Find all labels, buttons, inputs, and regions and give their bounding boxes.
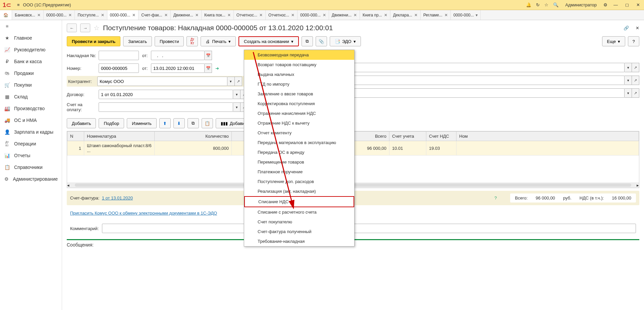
link-icon[interactable]: 🔗 xyxy=(624,26,629,31)
maximize-icon[interactable]: ◻ xyxy=(624,2,630,7)
dropdown-item[interactable]: ГТД по импорту xyxy=(244,79,354,89)
close-icon[interactable]: ✕ xyxy=(259,13,263,17)
dropdown-item[interactable]: Списание с расчетного счета xyxy=(244,207,354,217)
settings-icon[interactable]: ⚙ xyxy=(603,2,607,7)
post-close-button[interactable]: Провести и закрыть xyxy=(67,36,120,46)
tab-item[interactable]: Книга пр...✕ xyxy=(360,10,390,20)
counterparty-input[interactable] xyxy=(97,77,227,86)
edit-button[interactable]: Изменить xyxy=(127,118,157,128)
dropdown-item[interactable]: Отчет комитенту xyxy=(244,128,354,138)
sidebar-item-assets[interactable]: 🚚ОС и НМА xyxy=(0,114,62,126)
more-button[interactable]: Еще ▾ xyxy=(602,36,625,46)
close-icon[interactable]: ✕ xyxy=(444,13,448,17)
doc-date-input[interactable] xyxy=(151,63,205,73)
close-icon[interactable]: ✕ xyxy=(227,13,231,17)
history-icon[interactable]: ↻ xyxy=(536,2,540,7)
back-button[interactable]: ← xyxy=(67,24,77,32)
dropdown-item[interactable]: Возврат товаров поставщику xyxy=(244,60,354,70)
print-button[interactable]: 🖨 Печать ▾ xyxy=(201,36,236,46)
dropdown-item[interactable]: Реализация (акт, накладная) xyxy=(244,186,354,196)
dropdown-item[interactable]: Передача материалов в эксплуатацию xyxy=(244,138,354,147)
col-nom2[interactable]: Ном xyxy=(457,132,639,141)
save-button[interactable]: Записать xyxy=(123,36,152,46)
sidebar-item-bank[interactable]: ₽Банк и касса xyxy=(0,55,62,67)
tab-item[interactable]: 0000-000...▾ xyxy=(451,10,481,20)
post-button[interactable]: Провести xyxy=(155,36,184,46)
dropdown-icon[interactable]: ▾ xyxy=(233,102,240,112)
sidebar-item-manager[interactable]: 📈Руководителю xyxy=(0,44,62,55)
dropdown-item[interactable]: Счет-фактура полученный xyxy=(244,227,354,236)
tab-item[interactable]: 0000-000...✕ xyxy=(107,10,139,20)
dropdown-item[interactable]: Счет покупателю xyxy=(244,217,354,227)
dropdown-item[interactable]: Поступление доп. расходов xyxy=(244,177,354,186)
close-icon[interactable]: ✕ xyxy=(354,13,357,17)
dropdown-item-highlighted[interactable]: Списание НДС xyxy=(244,196,354,207)
sidebar-item-warehouse[interactable]: ▦Склад xyxy=(0,91,62,102)
dropdown-item[interactable]: Заявление о ввозе товаров xyxy=(244,89,354,99)
comment-input[interactable] xyxy=(102,224,636,233)
dropdown-item[interactable]: Выдача наличных xyxy=(244,70,354,79)
dropdown-icon[interactable]: ▾ xyxy=(625,76,632,85)
col-n[interactable]: N xyxy=(67,132,84,141)
dropdown-item[interactable]: Отражение НДС к вычету xyxy=(244,118,354,128)
dropdown-icon[interactable]: ▾ xyxy=(625,63,632,72)
search-icon[interactable]: 🔍 xyxy=(553,2,558,7)
tab-item[interactable]: Регламе...✕ xyxy=(421,10,451,20)
add-row-button[interactable]: Добавить xyxy=(67,118,96,128)
close-icon[interactable]: ✕ xyxy=(68,13,72,17)
tab-item[interactable]: Книга пок...✕ xyxy=(202,10,234,20)
tab-item[interactable]: 0000-000...✕ xyxy=(44,10,75,20)
structure-icon[interactable]: ⧉ xyxy=(302,36,313,46)
sidebar-item-purchases[interactable]: 🛒Покупки xyxy=(0,79,62,91)
tab-item[interactable]: Движени...✕ xyxy=(329,10,360,20)
close-icon[interactable]: ✕ xyxy=(101,13,104,17)
favorite-icon[interactable]: ☆ xyxy=(94,24,100,32)
dropdown-item[interactable]: Корректировка поступления xyxy=(244,99,354,108)
col-account[interactable]: Счет учета xyxy=(389,132,426,141)
number-input[interactable] xyxy=(99,63,139,73)
close-icon[interactable]: ✕ xyxy=(323,13,326,17)
move-up-icon[interactable]: ⬆ xyxy=(159,118,171,128)
dropdown-item[interactable]: Безвозмездная передача xyxy=(244,50,354,60)
sidebar-toggle[interactable]: ≡ xyxy=(0,20,62,32)
close-icon[interactable]: ✕ xyxy=(384,13,387,17)
move-down-icon[interactable]: ⬇ xyxy=(173,118,185,128)
close-window-icon[interactable]: ✕ xyxy=(635,2,641,7)
tab-home[interactable]: 🏠 xyxy=(0,10,12,20)
sidebar-item-operations[interactable]: ДтКтОперации xyxy=(0,138,62,149)
dropdown-item[interactable]: Перемещение товаров xyxy=(244,157,354,167)
tab-item[interactable]: Поступле...✕ xyxy=(75,10,107,20)
dropdown-item[interactable]: Требование-накладная xyxy=(244,236,354,246)
contract-input[interactable] xyxy=(99,90,233,99)
dropdown-item[interactable]: Передача ОС в аренду xyxy=(244,147,354,157)
forward-button[interactable]: → xyxy=(80,24,90,32)
invoice-sf-link[interactable]: 1 от 13.01.2020 xyxy=(102,195,133,201)
help-icon[interactable]: ? xyxy=(494,195,497,201)
col-total[interactable]: Всего xyxy=(353,132,389,141)
sidebar-item-hr[interactable]: 👤Зарплата и кадры xyxy=(0,126,62,138)
tab-item[interactable]: Счет-фак...✕ xyxy=(139,10,170,20)
tab-item[interactable]: Банковск...✕ xyxy=(12,10,44,20)
calendar-icon[interactable]: 📅 xyxy=(205,51,212,60)
invite-edo-link[interactable]: Пригласить Комус ООО к обмену электронны… xyxy=(70,211,217,216)
tab-item[interactable]: 0000-000...✕ xyxy=(298,10,329,20)
dropdown-item[interactable]: Платежное поручение xyxy=(244,167,354,177)
paste-icon[interactable]: 📋 xyxy=(202,118,213,128)
close-icon[interactable]: ✕ xyxy=(37,13,41,17)
edo-button[interactable]: 📑 ЭДО ▾ xyxy=(330,36,361,46)
open-icon[interactable]: ↗ xyxy=(632,63,639,72)
col-qty[interactable]: Количество xyxy=(155,132,232,141)
copy-icon[interactable]: ⧉ xyxy=(187,118,199,128)
sidebar-item-main[interactable]: ★Главное xyxy=(0,32,62,44)
dropdown-icon[interactable]: ▾ xyxy=(625,88,632,98)
help-button[interactable]: ? xyxy=(628,36,639,46)
dropdown-item[interactable]: Отражение начисления НДС xyxy=(244,108,354,118)
tab-item[interactable]: Отчетнос...✕ xyxy=(266,10,298,20)
invoice-date-input[interactable] xyxy=(151,51,205,60)
bell-icon[interactable]: 🔔 xyxy=(526,2,531,7)
menu-icon[interactable]: ≡ xyxy=(17,2,20,7)
col-nom[interactable]: Номенклатура xyxy=(84,132,155,141)
tab-item[interactable]: Деклара...✕ xyxy=(390,10,421,20)
close-icon[interactable]: ✕ xyxy=(291,13,294,17)
col-nds-account[interactable]: Счет НДС xyxy=(426,132,457,141)
